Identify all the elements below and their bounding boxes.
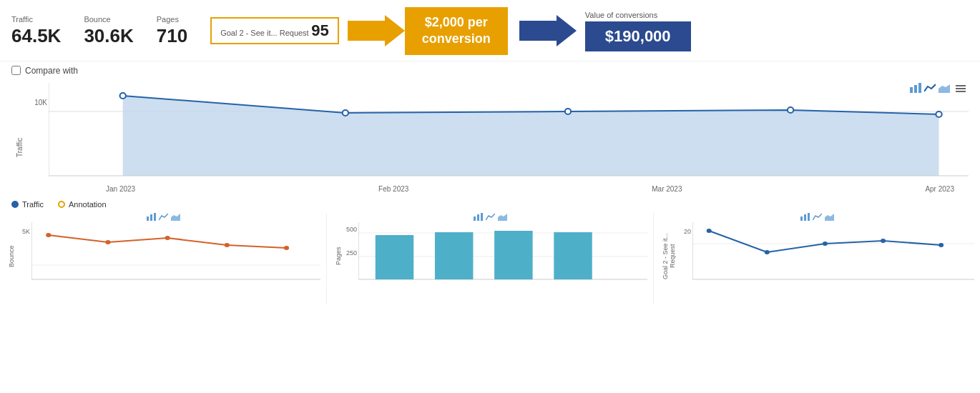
pages-y-label: Pages bbox=[333, 222, 344, 290]
y-tick-labels: 10K bbox=[27, 83, 49, 197]
main-chart: Traffic 10K bbox=[11, 83, 969, 197]
compare-row: Compare with bbox=[0, 61, 980, 80]
bounce-line-icon[interactable] bbox=[159, 213, 168, 221]
svg-point-47 bbox=[881, 239, 886, 243]
goal-chart-icons bbox=[660, 213, 974, 221]
chart-legend: Traffic Annotation bbox=[0, 197, 980, 212]
pages-label: Pages bbox=[157, 15, 187, 24]
conversion-text2: conversion bbox=[422, 31, 491, 46]
svg-point-8 bbox=[565, 109, 571, 114]
svg-rect-27 bbox=[481, 213, 483, 221]
goal-mini-chart: Goal 2 - See it... Request 20 bbox=[654, 213, 980, 304]
svg-rect-34 bbox=[435, 232, 473, 279]
value-conversions-metric: Value of conversions $190,000 bbox=[585, 11, 691, 51]
pages-bar-icon[interactable] bbox=[474, 213, 483, 221]
svg-point-23 bbox=[225, 243, 230, 247]
pages-metric: Pages 710 bbox=[157, 15, 187, 47]
pages-value: 710 bbox=[157, 25, 187, 47]
svg-point-6 bbox=[120, 93, 126, 99]
goal-y-label: Goal 2 - See it... Request bbox=[660, 222, 680, 290]
legend-annotation[interactable]: Annotation bbox=[58, 200, 107, 209]
legend-annotation-label: Annotation bbox=[69, 200, 107, 209]
metrics-bar: Traffic 64.5K Bounce 30.6K Pages 710 Goa… bbox=[0, 0, 980, 61]
blue-arrow-icon bbox=[519, 15, 577, 46]
pages-chart-icons bbox=[333, 213, 647, 221]
bounce-svg bbox=[31, 222, 320, 287]
svg-point-21 bbox=[105, 240, 110, 244]
traffic-value: 64.5K bbox=[11, 25, 61, 47]
pages-chart-svg-area bbox=[358, 222, 647, 290]
pages-area-icon[interactable] bbox=[498, 213, 507, 221]
svg-rect-15 bbox=[154, 213, 156, 221]
x-label-feb: Feb 2023 bbox=[378, 185, 408, 193]
svg-point-45 bbox=[765, 250, 770, 254]
pages-svg bbox=[358, 222, 647, 287]
svg-marker-16 bbox=[171, 214, 180, 221]
x-label-apr: Apr 2023 bbox=[925, 185, 954, 193]
goal-metric: Goal 2 - See it... Request 95 bbox=[210, 17, 339, 44]
traffic-label: Traffic bbox=[11, 15, 61, 24]
svg-marker-28 bbox=[498, 214, 507, 221]
svg-rect-36 bbox=[554, 232, 592, 279]
x-label-jan: Jan 2023 bbox=[106, 185, 135, 193]
pages-tick-250: 250 bbox=[346, 249, 357, 257]
goal-value: 95 bbox=[311, 21, 328, 39]
goal-label: Goal 2 - See it... Request bbox=[220, 29, 309, 37]
goal-svg bbox=[692, 222, 974, 287]
conversion-text1: $2,000 per bbox=[425, 15, 488, 29]
orange-arrow-icon bbox=[348, 15, 405, 46]
svg-marker-5 bbox=[123, 96, 939, 176]
y-tick-10k: 10K bbox=[34, 99, 47, 106]
svg-rect-13 bbox=[147, 217, 149, 221]
goal-bar-icon[interactable] bbox=[800, 213, 810, 221]
conversion-box: $2,000 per conversion bbox=[405, 7, 508, 55]
traffic-metric: Traffic 64.5K bbox=[11, 15, 61, 47]
bounce-y-ticks: 5K bbox=[17, 222, 31, 290]
bounce-y-label: Bounce bbox=[6, 222, 17, 290]
svg-point-20 bbox=[46, 233, 51, 237]
pages-mini-chart: Pages 500 250 bbox=[327, 213, 654, 304]
bounce-metric: Bounce 30.6K bbox=[84, 15, 133, 47]
goal-line-icon[interactable] bbox=[813, 213, 822, 221]
svg-point-9 bbox=[788, 107, 793, 113]
main-chart-svg bbox=[49, 83, 969, 183]
legend-annotation-dot bbox=[58, 201, 65, 208]
svg-point-10 bbox=[936, 111, 941, 117]
bounce-value: 30.6K bbox=[84, 25, 133, 47]
x-axis-labels: Jan 2023 Feb 2023 Mar 2023 Apr 2023 bbox=[49, 185, 969, 193]
bottom-charts-row: Bounce 5K bbox=[0, 212, 980, 304]
goal-tick-20: 20 bbox=[684, 228, 691, 235]
value-conversions-label: Value of conversions bbox=[585, 11, 657, 19]
svg-rect-39 bbox=[808, 213, 810, 221]
svg-rect-26 bbox=[477, 214, 479, 221]
svg-rect-35 bbox=[494, 231, 532, 279]
goal-area-icon[interactable] bbox=[825, 213, 834, 221]
svg-rect-33 bbox=[376, 235, 413, 279]
pages-tick-500: 500 bbox=[346, 226, 357, 233]
pages-line-icon[interactable] bbox=[486, 213, 495, 221]
svg-point-7 bbox=[343, 110, 348, 116]
value-conversions-value: $190,000 bbox=[585, 21, 691, 51]
svg-point-22 bbox=[165, 236, 170, 240]
pages-chart-body: Pages 500 250 bbox=[333, 222, 647, 290]
svg-rect-25 bbox=[474, 217, 476, 221]
bounce-mini-chart: Bounce 5K bbox=[0, 213, 327, 304]
chart-canvas-area: Jan 2023 Feb 2023 Mar 2023 Apr 2023 bbox=[49, 83, 969, 197]
svg-point-46 bbox=[823, 242, 828, 246]
svg-point-44 bbox=[707, 229, 712, 233]
bounce-area-icon[interactable] bbox=[171, 213, 180, 221]
bounce-tick-5k: 5K bbox=[22, 228, 30, 235]
bounce-bar-icon[interactable] bbox=[147, 213, 156, 221]
svg-rect-14 bbox=[150, 214, 152, 221]
legend-traffic-dot bbox=[11, 201, 19, 208]
svg-rect-37 bbox=[800, 217, 803, 221]
goal-y-ticks: 20 bbox=[680, 222, 692, 290]
y-axis-label: Traffic bbox=[11, 83, 27, 197]
svg-point-48 bbox=[939, 243, 944, 247]
compare-checkbox[interactable] bbox=[11, 66, 21, 75]
main-chart-section: Traffic 10K bbox=[0, 83, 980, 197]
legend-traffic[interactable]: Traffic bbox=[11, 200, 44, 209]
bounce-chart-body: Bounce 5K bbox=[6, 222, 320, 290]
bounce-chart-icons bbox=[6, 213, 320, 221]
x-label-mar: Mar 2023 bbox=[652, 185, 682, 193]
